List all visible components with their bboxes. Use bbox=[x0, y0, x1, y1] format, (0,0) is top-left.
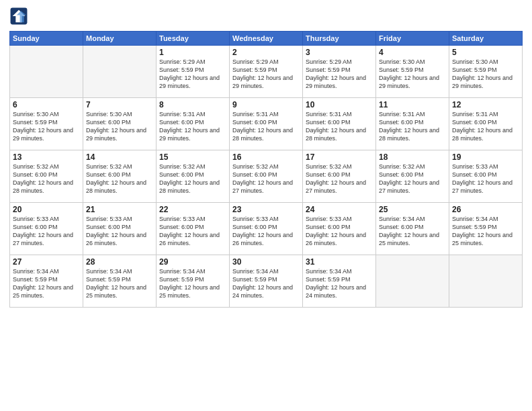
calendar-cell: 12Sunrise: 5:31 AM Sunset: 6:00 PM Dayli… bbox=[449, 98, 523, 150]
day-number: 5 bbox=[452, 48, 519, 57]
day-info: Sunrise: 5:33 AM Sunset: 6:00 PM Dayligh… bbox=[306, 215, 373, 248]
calendar-cell: 30Sunrise: 5:34 AM Sunset: 5:59 PM Dayli… bbox=[230, 255, 303, 308]
day-number: 6 bbox=[13, 100, 80, 109]
day-number: 24 bbox=[306, 205, 373, 214]
calendar-cell: 24Sunrise: 5:33 AM Sunset: 6:00 PM Dayli… bbox=[303, 203, 376, 255]
header bbox=[9, 7, 523, 26]
calendar-week-row: 6Sunrise: 5:30 AM Sunset: 5:59 PM Daylig… bbox=[10, 98, 523, 150]
page: SundayMondayTuesdayWednesdayThursdayFrid… bbox=[0, 0, 532, 411]
day-info: Sunrise: 5:33 AM Sunset: 6:00 PM Dayligh… bbox=[452, 163, 519, 195]
day-info: Sunrise: 5:30 AM Sunset: 5:59 PM Dayligh… bbox=[452, 58, 519, 91]
day-number: 31 bbox=[306, 257, 373, 267]
calendar-cell: 7Sunrise: 5:30 AM Sunset: 6:00 PM Daylig… bbox=[83, 98, 157, 150]
day-info: Sunrise: 5:31 AM Sunset: 6:00 PM Dayligh… bbox=[306, 110, 373, 143]
day-number: 22 bbox=[159, 205, 226, 214]
day-info: Sunrise: 5:34 AM Sunset: 6:00 PM Dayligh… bbox=[379, 215, 446, 248]
day-info: Sunrise: 5:33 AM Sunset: 6:00 PM Dayligh… bbox=[13, 215, 80, 248]
calendar-week-row: 20Sunrise: 5:33 AM Sunset: 6:00 PM Dayli… bbox=[10, 203, 523, 255]
day-info: Sunrise: 5:32 AM Sunset: 6:00 PM Dayligh… bbox=[13, 163, 80, 195]
calendar-cell bbox=[376, 255, 449, 308]
day-info: Sunrise: 5:29 AM Sunset: 5:59 PM Dayligh… bbox=[232, 58, 300, 91]
day-number: 26 bbox=[452, 205, 519, 214]
day-info: Sunrise: 5:34 AM Sunset: 5:59 PM Dayligh… bbox=[86, 267, 153, 300]
day-info: Sunrise: 5:34 AM Sunset: 5:59 PM Dayligh… bbox=[13, 267, 80, 300]
day-number: 28 bbox=[86, 257, 153, 267]
header-row: SundayMondayTuesdayWednesdayThursdayFrid… bbox=[10, 32, 523, 46]
day-info: Sunrise: 5:29 AM Sunset: 5:59 PM Dayligh… bbox=[159, 58, 226, 91]
calendar-cell: 22Sunrise: 5:33 AM Sunset: 6:00 PM Dayli… bbox=[157, 203, 230, 255]
calendar-week-row: 27Sunrise: 5:34 AM Sunset: 5:59 PM Dayli… bbox=[10, 255, 523, 308]
day-info: Sunrise: 5:34 AM Sunset: 5:59 PM Dayligh… bbox=[452, 215, 519, 248]
day-info: Sunrise: 5:34 AM Sunset: 5:59 PM Dayligh… bbox=[306, 267, 373, 300]
header-day: Tuesday bbox=[157, 32, 230, 46]
day-info: Sunrise: 5:31 AM Sunset: 6:00 PM Dayligh… bbox=[159, 110, 226, 143]
calendar-cell: 13Sunrise: 5:32 AM Sunset: 6:00 PM Dayli… bbox=[10, 150, 83, 203]
day-number: 21 bbox=[86, 205, 153, 214]
calendar-cell bbox=[449, 255, 523, 308]
calendar-cell: 10Sunrise: 5:31 AM Sunset: 6:00 PM Dayli… bbox=[303, 98, 376, 150]
day-number: 30 bbox=[232, 257, 300, 267]
day-number: 14 bbox=[86, 152, 153, 162]
calendar-cell: 6Sunrise: 5:30 AM Sunset: 5:59 PM Daylig… bbox=[10, 98, 83, 150]
calendar-cell bbox=[83, 46, 157, 98]
calendar-cell: 25Sunrise: 5:34 AM Sunset: 6:00 PM Dayli… bbox=[376, 203, 449, 255]
day-number: 1 bbox=[159, 48, 226, 57]
day-info: Sunrise: 5:31 AM Sunset: 6:00 PM Dayligh… bbox=[379, 110, 446, 143]
calendar-cell bbox=[10, 46, 83, 98]
day-number: 7 bbox=[86, 100, 153, 109]
calendar-cell: 1Sunrise: 5:29 AM Sunset: 5:59 PM Daylig… bbox=[157, 46, 230, 98]
calendar-cell: 8Sunrise: 5:31 AM Sunset: 6:00 PM Daylig… bbox=[157, 98, 230, 150]
calendar-cell: 14Sunrise: 5:32 AM Sunset: 6:00 PM Dayli… bbox=[83, 150, 157, 203]
calendar-table: SundayMondayTuesdayWednesdayThursdayFrid… bbox=[9, 31, 523, 308]
day-number: 15 bbox=[159, 152, 226, 162]
day-number: 17 bbox=[306, 152, 373, 162]
day-number: 23 bbox=[232, 205, 300, 214]
calendar-cell: 19Sunrise: 5:33 AM Sunset: 6:00 PM Dayli… bbox=[449, 150, 523, 203]
day-info: Sunrise: 5:30 AM Sunset: 5:59 PM Dayligh… bbox=[13, 110, 80, 143]
day-info: Sunrise: 5:31 AM Sunset: 6:00 PM Dayligh… bbox=[452, 110, 519, 143]
day-number: 19 bbox=[452, 152, 519, 162]
calendar-week-row: 13Sunrise: 5:32 AM Sunset: 6:00 PM Dayli… bbox=[10, 150, 523, 203]
day-info: Sunrise: 5:32 AM Sunset: 6:00 PM Dayligh… bbox=[86, 163, 153, 195]
day-info: Sunrise: 5:29 AM Sunset: 5:59 PM Dayligh… bbox=[306, 58, 373, 91]
calendar-cell: 9Sunrise: 5:31 AM Sunset: 6:00 PM Daylig… bbox=[230, 98, 303, 150]
day-number: 27 bbox=[13, 257, 80, 267]
header-day: Wednesday bbox=[230, 32, 303, 46]
day-number: 11 bbox=[379, 100, 446, 109]
calendar-cell: 11Sunrise: 5:31 AM Sunset: 6:00 PM Dayli… bbox=[376, 98, 449, 150]
logo bbox=[9, 7, 30, 26]
calendar-cell: 15Sunrise: 5:32 AM Sunset: 6:00 PM Dayli… bbox=[157, 150, 230, 203]
day-number: 25 bbox=[379, 205, 446, 214]
day-number: 20 bbox=[13, 205, 80, 214]
calendar-cell: 3Sunrise: 5:29 AM Sunset: 5:59 PM Daylig… bbox=[303, 46, 376, 98]
header-day: Thursday bbox=[303, 32, 376, 46]
day-number: 29 bbox=[159, 257, 226, 267]
logo-icon bbox=[9, 7, 28, 26]
calendar-week-row: 1Sunrise: 5:29 AM Sunset: 5:59 PM Daylig… bbox=[10, 46, 523, 98]
calendar-cell: 28Sunrise: 5:34 AM Sunset: 5:59 PM Dayli… bbox=[83, 255, 157, 308]
day-info: Sunrise: 5:34 AM Sunset: 5:59 PM Dayligh… bbox=[159, 267, 226, 300]
day-info: Sunrise: 5:32 AM Sunset: 6:00 PM Dayligh… bbox=[232, 163, 300, 195]
day-info: Sunrise: 5:32 AM Sunset: 6:00 PM Dayligh… bbox=[306, 163, 373, 195]
calendar-cell: 26Sunrise: 5:34 AM Sunset: 5:59 PM Dayli… bbox=[449, 203, 523, 255]
day-number: 13 bbox=[13, 152, 80, 162]
day-info: Sunrise: 5:33 AM Sunset: 6:00 PM Dayligh… bbox=[232, 215, 300, 248]
header-day: Friday bbox=[376, 32, 449, 46]
day-number: 16 bbox=[232, 152, 300, 162]
calendar-cell: 31Sunrise: 5:34 AM Sunset: 5:59 PM Dayli… bbox=[303, 255, 376, 308]
calendar-cell: 17Sunrise: 5:32 AM Sunset: 6:00 PM Dayli… bbox=[303, 150, 376, 203]
day-number: 9 bbox=[232, 100, 300, 109]
calendar-cell: 29Sunrise: 5:34 AM Sunset: 5:59 PM Dayli… bbox=[157, 255, 230, 308]
calendar-cell: 23Sunrise: 5:33 AM Sunset: 6:00 PM Dayli… bbox=[230, 203, 303, 255]
day-info: Sunrise: 5:30 AM Sunset: 6:00 PM Dayligh… bbox=[86, 110, 153, 143]
calendar-cell: 21Sunrise: 5:33 AM Sunset: 6:00 PM Dayli… bbox=[83, 203, 157, 255]
day-number: 12 bbox=[452, 100, 519, 109]
day-number: 10 bbox=[306, 100, 373, 109]
day-info: Sunrise: 5:32 AM Sunset: 6:00 PM Dayligh… bbox=[379, 163, 446, 195]
day-info: Sunrise: 5:30 AM Sunset: 5:59 PM Dayligh… bbox=[379, 58, 446, 91]
day-number: 2 bbox=[232, 48, 300, 57]
calendar-cell: 2Sunrise: 5:29 AM Sunset: 5:59 PM Daylig… bbox=[230, 46, 303, 98]
day-info: Sunrise: 5:32 AM Sunset: 6:00 PM Dayligh… bbox=[159, 163, 226, 195]
calendar-cell: 27Sunrise: 5:34 AM Sunset: 5:59 PM Dayli… bbox=[10, 255, 83, 308]
day-info: Sunrise: 5:31 AM Sunset: 6:00 PM Dayligh… bbox=[232, 110, 300, 143]
